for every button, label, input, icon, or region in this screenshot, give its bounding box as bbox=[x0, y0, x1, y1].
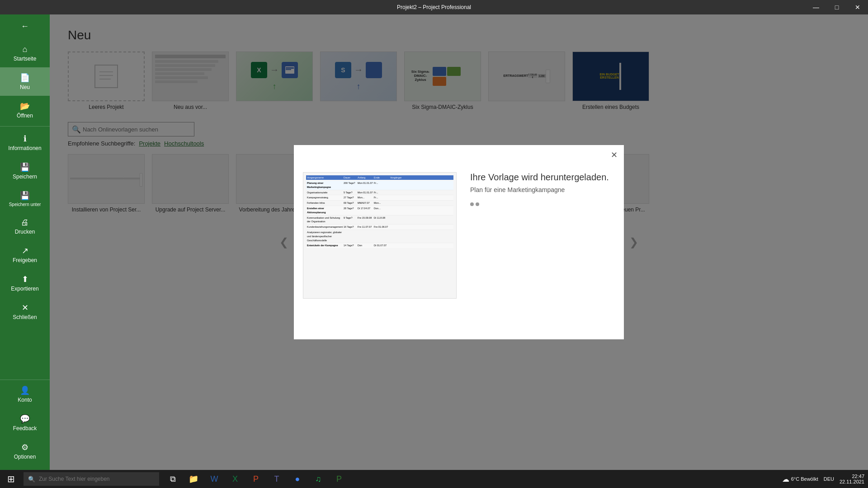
modal-close-button[interactable]: ✕ bbox=[608, 149, 620, 161]
taskbar-app-spotify[interactable]: ♫ bbox=[308, 470, 328, 488]
sidebar-label-konto: Konto bbox=[18, 397, 32, 403]
taskbar-app-explorer[interactable]: 📁 bbox=[184, 470, 203, 488]
close-icon: ✕ bbox=[22, 303, 28, 313]
maximize-button[interactable]: □ bbox=[826, 0, 847, 14]
sidebar-label-exportieren: Exportieren bbox=[11, 286, 38, 292]
sidebar-label-schliessen: Schließen bbox=[13, 314, 37, 320]
modal-next-button[interactable]: ❯ bbox=[626, 232, 642, 252]
taskbar-search-input[interactable] bbox=[39, 476, 155, 482]
taskbar-app-chrome[interactable]: ● bbox=[288, 470, 307, 488]
home-icon: ⌂ bbox=[23, 45, 28, 54]
spinner-dot-2 bbox=[476, 202, 479, 206]
taskbar-app-powerpoint[interactable]: P bbox=[246, 470, 266, 488]
modal-dialog: ✕ ❮ Vorgangsname Dauer Anfang Ende Vorgä… bbox=[294, 145, 624, 339]
sidebar-label-oeffnen: Öffnen bbox=[17, 113, 33, 119]
modal-loading bbox=[470, 202, 615, 206]
print-icon: 🖨 bbox=[21, 218, 29, 227]
options-icon: ⚙ bbox=[21, 442, 28, 452]
sidebar: ← ⌂ Startseite 📄 Neu 📂 Öffnen ℹ Informat… bbox=[0, 14, 50, 470]
export-icon: ⬆ bbox=[22, 274, 28, 284]
account-icon: 👤 bbox=[20, 385, 30, 395]
sidebar-item-feedback[interactable]: 💬 Feedback bbox=[0, 408, 50, 437]
minimize-button[interactable]: — bbox=[806, 0, 826, 14]
taskbar-layout: DEU bbox=[824, 476, 834, 482]
modal-prev-button[interactable]: ❮ bbox=[276, 232, 292, 252]
sidebar-label-informationen: Informationen bbox=[8, 145, 41, 151]
taskbar-time: 22:47 bbox=[840, 474, 864, 479]
title-bar: Projekt2 – Project Professional — □ ✕ bbox=[0, 0, 868, 14]
sidebar-item-speichern[interactable]: 💾 Speichern bbox=[0, 157, 50, 185]
taskbar-app-word[interactable]: W bbox=[204, 470, 224, 488]
sidebar-item-back[interactable]: ← bbox=[0, 14, 50, 39]
taskbar-clock: 22:47 22.11.2021 bbox=[840, 474, 864, 484]
taskbar-app-excel[interactable]: X bbox=[225, 470, 245, 488]
save-as-icon: 💾 bbox=[20, 191, 30, 201]
sidebar-item-neu[interactable]: 📄 Neu bbox=[0, 67, 50, 96]
taskbar-app-project[interactable]: P bbox=[329, 470, 349, 488]
new-icon: 📄 bbox=[20, 73, 30, 83]
modal-subtitle: Plan für eine Marketingkampagne bbox=[470, 186, 615, 193]
sidebar-item-freigeben[interactable]: ↗ Freigeben bbox=[0, 240, 50, 269]
sidebar-label-speichern: Speichern bbox=[13, 174, 37, 180]
sidebar-item-optionen[interactable]: ⚙ Optionen bbox=[0, 437, 50, 465]
taskbar-search[interactable]: 🔍 bbox=[24, 472, 159, 486]
loading-spinner bbox=[470, 202, 479, 206]
taskbar-date: 22.11.2021 bbox=[840, 479, 864, 484]
sidebar-item-konto[interactable]: 👤 Konto bbox=[0, 380, 50, 408]
sidebar-item-schliessen[interactable]: ✕ Schließen bbox=[0, 297, 50, 326]
sidebar-label-speichern-unter: Speichern unter bbox=[9, 202, 41, 207]
back-icon: ← bbox=[21, 22, 29, 31]
taskbar-apps: ⧉ 📁 W X P T ● ♫ P bbox=[163, 470, 349, 488]
modal-overlay[interactable]: ✕ ❮ Vorgangsname Dauer Anfang Ende Vorgä… bbox=[50, 14, 868, 470]
start-button[interactable]: ⊞ bbox=[0, 470, 22, 488]
taskbar-app-taskview[interactable]: ⧉ bbox=[163, 470, 183, 488]
sidebar-label-feedback: Feedback bbox=[13, 425, 37, 432]
info-icon: ℹ bbox=[24, 134, 27, 144]
taskbar-search-icon: 🔍 bbox=[28, 476, 35, 483]
sidebar-item-oeffnen[interactable]: 📂 Öffnen bbox=[0, 96, 50, 124]
close-window-button[interactable]: ✕ bbox=[847, 0, 868, 14]
sidebar-item-exportieren[interactable]: ⬆ Exportieren bbox=[0, 269, 50, 297]
modal-info: Ihre Vorlage wird heruntergeladen. Plan … bbox=[466, 145, 624, 339]
sidebar-label-freigeben: Freigeben bbox=[13, 257, 37, 263]
sidebar-item-informationen[interactable]: ℹ Informationen bbox=[0, 128, 50, 157]
save-icon: 💾 bbox=[20, 162, 30, 172]
sidebar-item-speichern-unter[interactable]: 💾 Speichern unter bbox=[0, 185, 50, 212]
taskbar-temp: 6°C Bewölkt bbox=[791, 476, 818, 482]
sidebar-item-startseite[interactable]: ⌂ Startseite bbox=[0, 39, 50, 67]
taskbar-weather-icon: ☁ bbox=[782, 475, 789, 483]
feedback-icon: 💬 bbox=[20, 414, 30, 424]
taskbar-app-teams[interactable]: T bbox=[267, 470, 287, 488]
sidebar-label-optionen: Optionen bbox=[14, 454, 36, 460]
sidebar-label-startseite: Startseite bbox=[14, 56, 37, 62]
open-icon: 📂 bbox=[20, 101, 30, 111]
share-icon: ↗ bbox=[22, 246, 28, 256]
modal-title: Ihre Vorlage wird heruntergeladen. bbox=[470, 172, 615, 183]
taskbar-right: ☁ 6°C Bewölkt DEU 22:47 22.11.2021 bbox=[782, 474, 868, 484]
spinner-dot-1 bbox=[470, 202, 474, 206]
sidebar-item-drucken[interactable]: 🖨 Drucken bbox=[0, 212, 50, 240]
taskbar: ⊞ 🔍 ⧉ 📁 W X P T ● ♫ P ☁ 6°C Bewölkt DEU … bbox=[0, 470, 868, 488]
sidebar-label-drucken: Drucken bbox=[15, 229, 35, 235]
sidebar-label-neu: Neu bbox=[20, 84, 30, 90]
title-bar-text: Projekt2 – Project Professional bbox=[397, 4, 471, 10]
modal-preview-image: Vorgangsname Dauer Anfang Ende Vorgänger… bbox=[303, 172, 457, 299]
